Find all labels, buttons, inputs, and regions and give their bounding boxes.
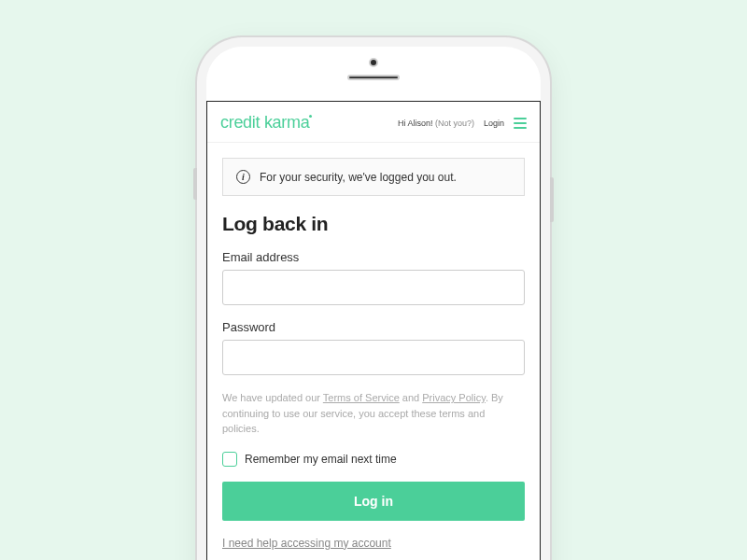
legal-mid: and xyxy=(400,392,422,403)
greeting: Hi Alison! xyxy=(398,119,433,128)
content: i For your security, we've logged you ou… xyxy=(207,143,540,551)
notice-text: For your security, we've logged you out. xyxy=(260,171,457,184)
password-input[interactable] xyxy=(222,340,525,375)
email-input[interactable] xyxy=(222,270,525,305)
legal-prefix: We have updated our xyxy=(222,392,323,403)
password-label: Password xyxy=(222,320,525,334)
login-button[interactable]: Log in xyxy=(222,482,525,521)
greeting-text: Hi Alison! (Not you?) xyxy=(398,119,474,128)
logout-notice: i For your security, we've logged you ou… xyxy=(222,158,525,196)
login-link[interactable]: Login xyxy=(484,119,504,128)
screen: credit karma Hi Alison! (Not you?) Login… xyxy=(206,101,541,560)
privacy-policy-link[interactable]: Privacy Policy xyxy=(422,392,486,403)
phone-bezel: credit karma Hi Alison! (Not you?) Login… xyxy=(206,47,541,560)
phone-side-button-left xyxy=(193,168,197,200)
phone-speaker xyxy=(347,75,400,80)
remember-checkbox[interactable] xyxy=(222,452,237,467)
phone-camera xyxy=(369,58,378,67)
info-icon: i xyxy=(236,170,250,184)
topbar-right: Hi Alison! (Not you?) Login xyxy=(398,118,527,129)
remember-row: Remember my email next time xyxy=(222,452,525,467)
phone-side-button-right xyxy=(550,177,554,222)
page-heading: Log back in xyxy=(222,213,525,235)
logo[interactable]: credit karma xyxy=(220,113,309,133)
phone-top-hardware xyxy=(197,37,550,101)
terms-of-service-link[interactable]: Terms of Service xyxy=(323,392,400,403)
email-label: Email address xyxy=(222,250,525,264)
remember-label: Remember my email next time xyxy=(245,453,397,466)
legal-text: We have updated our Terms of Service and… xyxy=(222,390,525,437)
hamburger-icon[interactable] xyxy=(514,118,527,129)
help-link[interactable]: I need help accessing my account xyxy=(222,537,391,550)
phone-frame: credit karma Hi Alison! (Not you?) Login… xyxy=(197,37,550,560)
not-you-link[interactable]: (Not you?) xyxy=(435,119,474,128)
topbar: credit karma Hi Alison! (Not you?) Login xyxy=(207,102,540,143)
